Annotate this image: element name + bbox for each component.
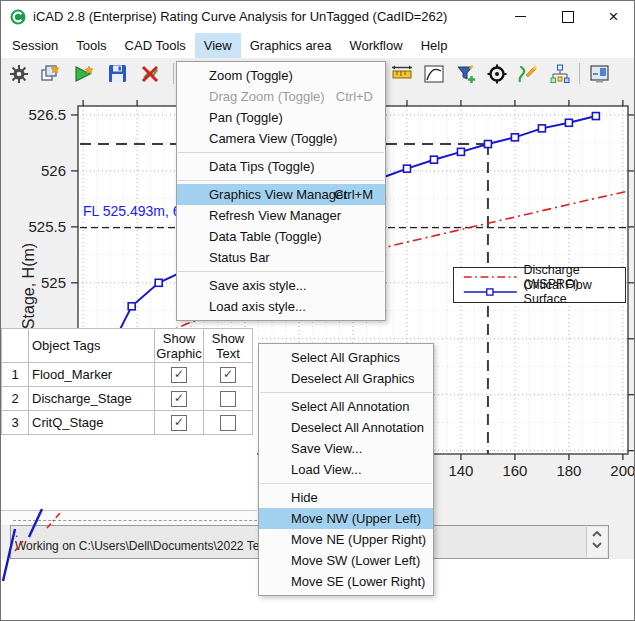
menu-item-label: Status Bar	[209, 250, 270, 265]
context-menu-item-hide[interactable]: Hide	[259, 487, 433, 508]
view-menu-item-load-axis-style[interactable]: Load axis style...	[177, 296, 385, 317]
context-menu-item-move-sw-lower-left[interactable]: Move SW (Lower Left)	[259, 550, 433, 571]
row-number[interactable]: 1	[2, 363, 29, 387]
data-point-marker	[592, 113, 599, 120]
menu-item-label: Move SW (Lower Left)	[291, 553, 420, 568]
legend-line-dashdot	[462, 272, 518, 282]
menu-item-label: Camera View (Toggle)	[209, 131, 337, 146]
context-menu-item-load-view[interactable]: Load View...	[259, 459, 433, 480]
context-menu-item-deselect-all-graphics[interactable]: Deselect All Graphics	[259, 368, 433, 389]
data-point-marker	[128, 303, 135, 310]
menu-item-label: Save View...	[291, 441, 362, 456]
context-menu-item-deselect-all-annotation[interactable]: Deselect All Annotation	[259, 417, 433, 438]
menu-item-label: Load axis style...	[209, 299, 306, 314]
scroll-up-icon[interactable]	[592, 530, 602, 538]
context-menu-item-select-all-annotation[interactable]: Select All Annotation	[259, 396, 433, 417]
row-number[interactable]: 2	[2, 387, 29, 411]
context-menu-item-select-all-graphics[interactable]: Select All Graphics	[259, 347, 433, 368]
x-tick-label: 200	[610, 462, 635, 479]
menu-item-label: Drag Zoom (Toggle)	[209, 89, 325, 104]
y-tick-label: 526.5	[28, 106, 66, 123]
flood-level-label: FL 525.493m, 6	[83, 203, 181, 219]
context-menu-item-save-view[interactable]: Save View...	[259, 438, 433, 459]
column-header-row-number	[2, 329, 29, 363]
y-tick-label: 526	[41, 162, 66, 179]
status-scroll-spinner	[586, 527, 607, 557]
view-menu-separator	[178, 152, 384, 153]
menu-item-label: Data Tips (Toggle)	[209, 159, 315, 174]
x-tick-label: 160	[502, 462, 527, 479]
column-header-show-text: ShowText	[204, 329, 253, 363]
y-axis-title: Stage, H(m)	[20, 243, 37, 329]
menu-item-label: Hide	[291, 490, 318, 505]
column-header-show-graphic: ShowGraphic	[155, 329, 204, 363]
menu-item-shortcut: Ctrl+D	[336, 86, 373, 107]
context-menu-separator	[260, 483, 432, 484]
object-tag-cell[interactable]: Flood_Marker	[29, 363, 155, 387]
checkbox-cell: ✓	[155, 363, 204, 387]
show-graphic-checkbox[interactable]: ✓	[171, 391, 187, 407]
view-menu-item-data-tips-toggle[interactable]: Data Tips (Toggle)	[177, 156, 385, 177]
status-line-1: .	[15, 527, 18, 539]
menu-item-label: Pan (Toggle)	[209, 110, 283, 125]
view-menu-item-refresh-view-manager[interactable]: Refresh View Manager	[177, 205, 385, 226]
show-text-checkbox[interactable]	[220, 391, 236, 407]
menu-item-label: Select All Annotation	[291, 399, 410, 414]
view-menu-item-zoom-toggle[interactable]: Zoom (Toggle)	[177, 65, 385, 86]
data-point-marker	[538, 125, 545, 132]
legend-label: Critical Flow Surface	[524, 278, 625, 306]
menu-item-label: Load View...	[291, 462, 362, 477]
scroll-down-icon[interactable]	[592, 541, 602, 549]
table-row-flood-marker: 1Flood_Marker✓✓	[2, 363, 253, 387]
show-text-checkbox[interactable]: ✓	[220, 367, 236, 383]
menu-item-label: Deselect All Annotation	[291, 420, 424, 435]
object-tags-table: Object TagsShowGraphicShowText 1Flood_Ma…	[1, 328, 253, 435]
object-tag-cell[interactable]: CritQ_Stage	[29, 411, 155, 435]
view-menu-item-data-table-toggle[interactable]: Data Table (Toggle)	[177, 226, 385, 247]
context-menu-item-move-se-lower-right[interactable]: Move SE (Lower Right)	[259, 571, 433, 592]
checkbox-cell: ✓	[155, 411, 204, 435]
data-point-marker	[155, 279, 162, 286]
view-menu: Zoom (Toggle)Drag Zoom (Toggle)Ctrl+DPan…	[176, 61, 386, 321]
x-tick-label: 180	[556, 462, 581, 479]
view-menu-item-pan-toggle[interactable]: Pan (Toggle)	[177, 107, 385, 128]
checkbox-cell: ✓	[155, 387, 204, 411]
show-graphic-checkbox[interactable]: ✓	[171, 415, 187, 431]
data-point-marker	[484, 141, 491, 148]
menu-item-label: Refresh View Manager	[209, 208, 341, 223]
column-header-object-tags: Object Tags	[29, 329, 155, 363]
view-menu-separator	[178, 180, 384, 181]
data-point-marker	[565, 119, 572, 126]
menu-item-label: Deselect All Graphics	[291, 371, 415, 386]
row-number[interactable]: 3	[2, 411, 29, 435]
y-tick-label: 525.5	[28, 218, 66, 235]
show-text-checkbox[interactable]	[220, 415, 236, 431]
menu-item-label: Select All Graphics	[291, 350, 400, 365]
view-menu-separator	[178, 271, 384, 272]
x-tick-label: 140	[448, 462, 473, 479]
view-menu-item-camera-view-toggle[interactable]: Camera View (Toggle)	[177, 128, 385, 149]
object-tag-cell[interactable]: Discharge_Stage	[29, 387, 155, 411]
context-menu-item-move-nw-upper-left[interactable]: Move NW (Upper Left)	[259, 508, 433, 529]
legend-entry-critical-flow: Critical Flow Surface	[454, 284, 625, 299]
show-graphic-checkbox[interactable]: ✓	[171, 367, 187, 383]
graphics-view-manager-panel: Object TagsShowGraphicShowText 1Flood_Ma…	[1, 328, 257, 511]
view-menu-item-drag-zoom-toggle: Drag Zoom (Toggle)Ctrl+D	[177, 86, 385, 107]
view-menu-item-save-axis-style[interactable]: Save axis style...	[177, 275, 385, 296]
data-point-marker	[511, 134, 518, 141]
table-header-row: Object TagsShowGraphicShowText	[2, 329, 253, 363]
checkbox-cell	[204, 387, 253, 411]
menu-item-label: Graphics View Manager	[209, 187, 348, 202]
menu-item-shortcut: Ctrl+M	[334, 184, 373, 205]
graphics-context-menu: Select All GraphicsDeselect All Graphics…	[258, 343, 434, 596]
menu-item-label: Move NW (Upper Left)	[291, 511, 421, 526]
data-point-marker	[457, 148, 464, 155]
data-point-marker	[403, 165, 410, 172]
table-row-discharge-stage: 2Discharge_Stage✓	[2, 387, 253, 411]
view-menu-item-status-bar[interactable]: Status Bar	[177, 247, 385, 268]
table-row-critq-stage: 3CritQ_Stage✓	[2, 411, 253, 435]
menu-item-label: Zoom (Toggle)	[209, 68, 293, 83]
context-menu-item-move-ne-upper-right[interactable]: Move NE (Upper Right)	[259, 529, 433, 550]
view-menu-item-graphics-view-manager[interactable]: Graphics View ManagerCtrl+M	[177, 184, 385, 205]
menu-item-label: Move SE (Lower Right)	[291, 574, 425, 589]
